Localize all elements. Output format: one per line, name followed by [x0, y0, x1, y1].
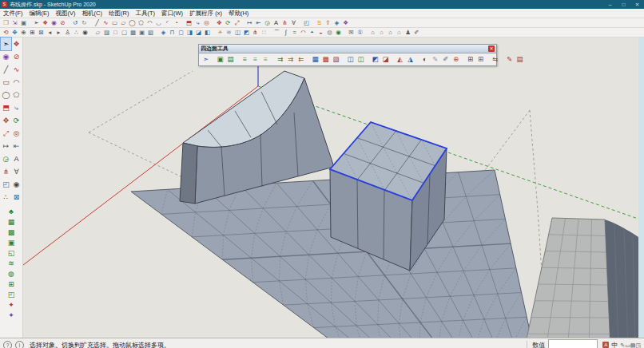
lt-rectangle-icon[interactable]: ▭: [1, 76, 11, 89]
qft-uv-paste-icon[interactable]: ⇆: [490, 54, 500, 65]
plugin-sandbox-icon[interactable]: ≋: [6, 259, 16, 269]
paint-bucket-icon[interactable]: ◉: [50, 19, 58, 27]
lt-rotate-icon[interactable]: ⟳: [11, 114, 22, 127]
follow-me-icon[interactable]: ⤷: [193, 19, 202, 27]
lt-make-component-icon[interactable]: ❖: [11, 38, 22, 50]
menu-item-3[interactable]: 相机(C): [79, 9, 105, 18]
qft-make-planar-icon[interactable]: ⊕: [451, 54, 461, 65]
quadface-toolbar-titlebar[interactable]: 四边面工具 ✕: [199, 45, 496, 53]
qft-select-icon[interactable]: ➣: [201, 54, 211, 65]
ime-indicator-icon[interactable]: A: [602, 342, 609, 348]
pie-icon[interactable]: ◔: [172, 19, 181, 27]
zoom-extents-icon[interactable]: ⊠: [37, 29, 46, 37]
three-point-arc-icon[interactable]: ◜: [163, 19, 172, 27]
qft-smooth-quads-icon[interactable]: ✎: [430, 54, 440, 65]
qft-shrink-loop-icon[interactable]: ≡: [260, 54, 271, 65]
qft-triangulate-icon[interactable]: ◩: [370, 54, 380, 65]
menu-item-7[interactable]: 扩展程序 (x): [186, 9, 225, 18]
previous-view-icon[interactable]: ◂: [46, 29, 54, 37]
shaded-style-icon[interactable]: ▩: [129, 29, 137, 37]
qft-uv-map-icon[interactable]: ⊞: [465, 54, 475, 65]
menu-item-8[interactable]: 帮助(H): [225, 9, 252, 18]
right-view-icon[interactable]: ◨: [185, 29, 194, 37]
qft-about-icon[interactable]: ▤: [515, 54, 525, 65]
house-component-3-icon[interactable]: ⌂: [386, 29, 395, 37]
mail-icon[interactable]: ✉: [347, 29, 356, 37]
xray-style-icon[interactable]: ▱: [93, 29, 102, 37]
save-icon[interactable]: ▣: [19, 19, 28, 27]
axes-tool-icon[interactable]: ⋔: [280, 19, 289, 27]
back-edges-style-icon[interactable]: ▨: [102, 29, 111, 37]
curviloft-icon[interactable]: ≈: [290, 29, 299, 37]
look-around-icon[interactable]: ◉: [81, 29, 89, 37]
qft-unsmooth-quads-icon[interactable]: ✐: [440, 54, 451, 65]
rectangle-icon[interactable]: ▭: [110, 19, 119, 27]
left-view-icon[interactable]: ◧: [203, 29, 212, 37]
orbit-icon[interactable]: ⟲: [2, 29, 10, 37]
select-tool-icon[interactable]: ➣: [32, 19, 41, 27]
zoom-icon[interactable]: ⊕: [19, 29, 28, 37]
lt-zoom-extents-icon[interactable]: ⊠: [11, 191, 22, 204]
lt-arc-icon[interactable]: ◠: [11, 76, 22, 89]
iso-view-icon[interactable]: ◈: [159, 29, 168, 37]
monochrome-style-icon[interactable]: ▧: [146, 29, 155, 37]
minimize-button[interactable]: –: [603, 0, 617, 9]
qft-convert-to-quads-icon[interactable]: ▦: [310, 54, 320, 65]
lt-section-plane-icon[interactable]: ◰: [1, 178, 11, 191]
dimension-icon[interactable]: ⇤: [254, 19, 263, 27]
two-point-arc-icon[interactable]: ◡: [154, 19, 163, 27]
lt-3d-text-icon[interactable]: ∀: [11, 165, 22, 178]
lt-move-icon[interactable]: ✥: [1, 114, 11, 127]
hidden-line-style-icon[interactable]: ▢: [120, 29, 129, 37]
lt-walk-icon[interactable]: ∴: [1, 191, 11, 204]
zoom-window-icon[interactable]: ⊞: [28, 29, 37, 37]
walk-icon[interactable]: ∴: [72, 29, 81, 37]
move-icon[interactable]: ✥: [215, 19, 224, 27]
house-component-2-icon[interactable]: ⌂: [377, 29, 386, 37]
fog-icon[interactable]: ≋: [225, 29, 233, 37]
lt-paint-bucket-icon[interactable]: ◉: [1, 50, 11, 63]
lt-freehand-icon[interactable]: ∿: [11, 63, 22, 76]
next-view-icon[interactable]: ▸: [54, 29, 63, 37]
axes-toggle-icon[interactable]: ⋔: [251, 29, 260, 37]
plugin-terrain-icon[interactable]: ◱: [6, 248, 16, 259]
lt-polygon-icon[interactable]: ⬠: [11, 89, 22, 101]
quadface-toolbar-close-icon[interactable]: ✕: [488, 45, 495, 52]
make-component-icon[interactable]: ❖: [41, 19, 50, 27]
close-button[interactable]: ✕: [630, 0, 644, 9]
lt-eraser-icon[interactable]: ⊘: [11, 50, 22, 63]
render-icon[interactable]: ◉: [334, 29, 343, 37]
lt-follow-me-icon[interactable]: ⤷: [11, 101, 22, 114]
threed-text-icon[interactable]: ∀: [289, 19, 298, 27]
solid-subtract-icon[interactable]: ◒: [316, 29, 325, 37]
instructor-icon[interactable]: ◈: [332, 19, 341, 27]
open-file-icon[interactable]: ❐: [2, 19, 10, 27]
qft-auto-smooth-icon[interactable]: ◐: [419, 54, 430, 65]
section-display-icon[interactable]: ◫: [233, 29, 242, 37]
qft-select-loop-icon[interactable]: ≡: [240, 54, 250, 65]
menu-item-5[interactable]: 工具(T): [132, 9, 158, 18]
lt-look-around-icon[interactable]: ◉: [11, 178, 22, 191]
plugin-hatch-icon[interactable]: ▩: [6, 227, 16, 238]
menu-item-2[interactable]: 视图(V): [53, 9, 79, 18]
rotated-rectangle-icon[interactable]: ▱: [119, 19, 128, 27]
plugin-marker2-icon[interactable]: ✦: [6, 310, 16, 321]
text-tool-icon[interactable]: A: [272, 19, 280, 27]
help-icon[interactable]: ?: [3, 341, 12, 348]
push-pull-icon[interactable]: ⬒: [185, 19, 193, 27]
freehand-icon[interactable]: ∿: [101, 19, 110, 27]
shadows-icon[interactable]: ☀: [216, 29, 225, 37]
ime-board-icon[interactable]: ▭: [625, 342, 630, 348]
measurements-input[interactable]: [548, 339, 598, 348]
plugin-vegetation-icon[interactable]: ♣: [6, 207, 16, 217]
circle-icon[interactable]: ◯: [128, 19, 137, 27]
house-component-1-icon[interactable]: ⌂: [368, 29, 377, 37]
wireframe-style-icon[interactable]: □: [111, 29, 120, 37]
bezier-icon[interactable]: ∫: [281, 29, 290, 37]
info-badge-icon[interactable]: ①: [356, 29, 364, 37]
plugin-drape-icon[interactable]: ◍: [6, 269, 16, 279]
section-plane-icon[interactable]: ◰: [302, 19, 311, 27]
lt-circle-icon[interactable]: ◯: [1, 89, 11, 101]
qft-uv-copy-icon[interactable]: ⊞: [475, 54, 486, 65]
material-sphere-icon[interactable]: ◍: [325, 29, 334, 37]
